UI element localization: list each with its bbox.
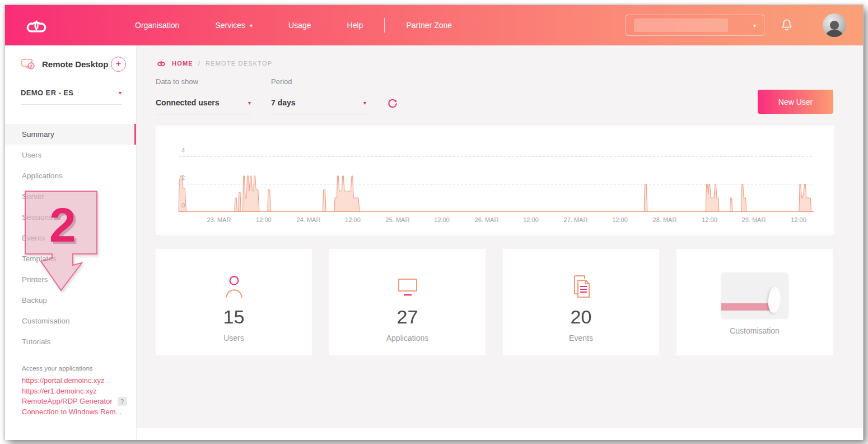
users-card[interactable]: 15 Users [156, 249, 312, 355]
applications-card[interactable]: 27 Applications [329, 249, 486, 355]
nav-item-organisation[interactable]: Organisation [117, 21, 197, 30]
add-button[interactable]: + [111, 57, 126, 72]
nav-label: Organisation [135, 21, 179, 30]
access-apps-heading: Access your applications [22, 365, 131, 372]
card-label: Events [569, 334, 593, 343]
sidebar-item-tutorials[interactable]: Tutorials [5, 331, 136, 352]
breadcrumb-current: REMOTE DESKTOP [206, 60, 272, 67]
breadcrumb-separator: / [198, 60, 200, 67]
top-nav: Organisation Services ▾ Usage Help Partn… [5, 5, 863, 45]
avatar[interactable] [823, 13, 846, 37]
monitor-icon [394, 271, 421, 304]
chevron-down-icon: ▾ [363, 100, 366, 106]
filter-label: Data to show [156, 77, 251, 86]
card-label: Users [223, 334, 244, 343]
sidebar-item-templates[interactable]: Templates [5, 248, 136, 269]
help-badge[interactable]: ? [118, 397, 127, 406]
sidebar-item-users[interactable]: Users [5, 145, 136, 165]
chevron-down-icon: ▾ [250, 22, 253, 29]
nav-label: Partner Zone [406, 21, 452, 30]
data-to-show-select[interactable]: Connected users ▾ [156, 98, 251, 114]
chevron-down-icon: ▾ [753, 22, 756, 29]
customisation-pink-bar [721, 303, 774, 311]
remote-desktop-icon [21, 58, 35, 71]
product-title: Remote Desktop [42, 59, 108, 69]
filter-value: 7 days [271, 98, 296, 107]
events-document-icon [570, 271, 592, 304]
new-user-button[interactable]: New User [758, 90, 833, 114]
svg-text:12:00: 12:00 [523, 216, 539, 223]
windows-remote-link[interactable]: Connection to Windows Rem... [22, 407, 131, 418]
sidebar-item-server[interactable]: Server [5, 186, 136, 207]
svg-text:24. MAR: 24. MAR [297, 216, 321, 223]
sidebar-item-applications[interactable]: Applications [5, 165, 136, 186]
nav-item-partner-zone[interactable]: Partner Zone [388, 21, 470, 30]
period-filter: Period 7 days ▾ [271, 77, 366, 114]
sidebar-item-backup[interactable]: Backup [5, 290, 136, 311]
nav-item-services[interactable]: Services ▾ [197, 21, 270, 30]
svg-text:23. MAR: 23. MAR [207, 216, 231, 223]
main-nav: Organisation Services ▾ Usage Help Partn… [117, 18, 470, 33]
filter-label: Period [271, 77, 366, 86]
svg-text:27. MAR: 27. MAR [564, 216, 588, 223]
refresh-icon[interactable] [386, 98, 399, 110]
breadcrumb-home[interactable]: HOME [172, 60, 193, 67]
breadcrumb-cloud-icon [156, 59, 167, 67]
sidebar: Remote Desktop + DEMO ER - ES ▾ Summary … [5, 45, 137, 440]
svg-text:12:00: 12:00 [345, 216, 361, 223]
sidebar-header: Remote Desktop + [5, 45, 136, 72]
summary-cards: 15 Users 27 Applications [156, 249, 863, 355]
svg-text:12:00: 12:00 [612, 216, 628, 223]
period-select[interactable]: 7 days ▾ [271, 98, 366, 114]
chevron-down-icon: ▾ [248, 100, 251, 106]
svg-text:28. MAR: 28. MAR [653, 216, 677, 223]
sidebar-item-summary[interactable]: Summary [5, 124, 136, 145]
svg-text:4: 4 [181, 147, 185, 154]
sidebar-footer: Access your applications https://portal.… [22, 365, 131, 417]
nav-divider [384, 18, 385, 33]
chevron-down-icon: ▾ [119, 90, 122, 96]
sidebar-item-printers[interactable]: Printers [5, 269, 136, 290]
svg-text:12:00: 12:00 [256, 216, 272, 223]
user-icon [223, 271, 245, 304]
sidebar-item-events[interactable]: Events [5, 228, 136, 248]
svg-text:29. MAR: 29. MAR [742, 216, 766, 223]
nav-item-help[interactable]: Help [329, 21, 381, 30]
svg-text:12:00: 12:00 [702, 216, 717, 223]
applications-count: 27 [397, 306, 418, 328]
card-label: Customisation [730, 326, 780, 335]
customisation-card[interactable]: Customisation [676, 249, 833, 355]
breadcrumb: HOME / REMOTE DESKTOP [156, 59, 863, 67]
filter-value: Connected users [156, 98, 220, 107]
card-label: Applications [386, 334, 429, 343]
organisation-select[interactable]: DEMO ER - ES ▾ [21, 89, 122, 105]
svg-text:26. MAR: 26. MAR [475, 216, 499, 223]
nav-item-usage[interactable]: Usage [270, 21, 329, 30]
events-card[interactable]: 20 Events [503, 249, 659, 355]
er1-link[interactable]: https://er1.demoinc.xyz [22, 386, 131, 397]
filters-row: Data to show Connected users ▾ Period 7 … [156, 77, 863, 114]
rdp-generator-link[interactable]: RemoteApp/RDP Generator [22, 396, 113, 407]
nav-label: Usage [288, 21, 311, 30]
app-window: Organisation Services ▾ Usage Help Partn… [4, 4, 864, 440]
account-select-value [634, 18, 728, 32]
main-content: HOME / REMOTE DESKTOP Data to show Conne… [137, 45, 863, 440]
sidebar-item-sessions[interactable]: Sessions [5, 207, 136, 228]
cloud-logo-icon[interactable] [22, 15, 51, 35]
area-chart: 02423. MAR12:0024. MAR12:0025. MAR12:002… [156, 126, 834, 235]
account-select[interactable]: ▾ [626, 15, 764, 36]
svg-text:25. MAR: 25. MAR [386, 216, 410, 223]
customisation-image [721, 272, 788, 318]
events-count: 20 [571, 306, 592, 328]
connected-users-chart: 02423. MAR12:0024. MAR12:0025. MAR12:002… [156, 126, 834, 235]
nav-label: Help [347, 21, 363, 30]
data-to-show-filter: Data to show Connected users ▾ [156, 77, 251, 114]
portal-link[interactable]: https://portal.demoinc.xyz [22, 376, 131, 386]
organisation-name: DEMO ER - ES [21, 89, 73, 97]
svg-text:12:00: 12:00 [434, 216, 450, 223]
nav-label: Services [215, 21, 245, 30]
sidebar-item-customisation[interactable]: Customisation [5, 311, 136, 331]
svg-text:12:00: 12:00 [791, 216, 806, 223]
users-count: 15 [223, 306, 245, 328]
notifications-bell-icon[interactable] [780, 18, 794, 33]
